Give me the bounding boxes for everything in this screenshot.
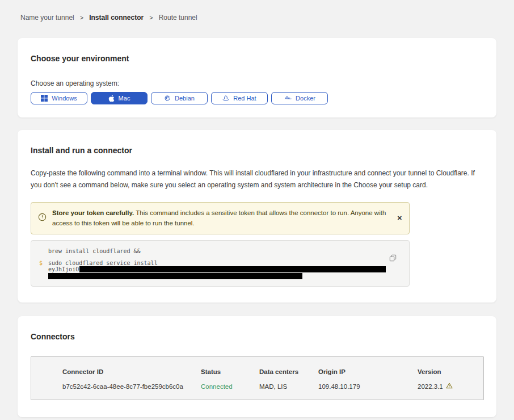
os-button-label: Mac (119, 95, 130, 102)
os-button-windows[interactable]: Windows (31, 92, 87, 104)
redacted-token-bar (79, 266, 386, 272)
token-warning-text: Store your token carefully. This command… (52, 208, 397, 229)
os-button-label: Docker (296, 95, 315, 102)
os-button-docker[interactable]: Docker (271, 92, 328, 104)
debian-icon (164, 95, 171, 102)
choose-environment-card: Choose your environment Choose an operat… (18, 38, 496, 117)
warning-triangle-icon (446, 383, 453, 390)
windows-icon (41, 95, 48, 102)
breadcrumb: Name your tunnel > Install connector > R… (18, 0, 496, 22)
token-warning-banner: Store your token carefully. This command… (31, 202, 410, 234)
header-data-centers: Data centers (259, 368, 318, 375)
os-button-mac[interactable]: Mac (91, 92, 148, 104)
install-connector-title: Install and run a connector (31, 146, 479, 155)
connectors-table-header: Connector ID Status Data centers Origin … (31, 368, 483, 375)
header-origin-ip: Origin IP (318, 368, 418, 375)
header-connector-id: Connector ID (62, 368, 201, 375)
terminal-command-block: brew install cloudflared && $sudo cloudf… (31, 240, 410, 287)
breadcrumb-separator-icon: > (149, 14, 153, 21)
header-status: Status (201, 368, 259, 375)
version-value: 2022.3.1 (418, 383, 478, 390)
copy-icon[interactable] (389, 254, 397, 263)
table-row: b7c52c42-6caa-48ee-8c77-fbe259cb6c0a Con… (31, 383, 483, 390)
terminal-line-token-2 (48, 272, 401, 279)
tunnel-setup-page: Name your tunnel > Install connector > R… (0, 0, 514, 420)
close-icon[interactable]: ✕ (397, 215, 402, 222)
os-button-label: Debian (175, 95, 195, 102)
header-version: Version (418, 368, 478, 375)
shell-prompt: $ (39, 260, 48, 266)
breadcrumb-separator-icon: > (80, 14, 83, 21)
os-button-redhat[interactable]: Red Hat (211, 92, 268, 104)
terminal-line-brew: brew install cloudflared && (48, 248, 401, 254)
connectors-card: Connectors Connector ID Status Data cent… (18, 316, 496, 417)
connectors-table: Connector ID Status Data centers Origin … (31, 356, 484, 400)
redhat-icon (222, 95, 229, 102)
apple-icon (108, 95, 115, 102)
terminal-line-sudo: $sudo cloudflared service install (39, 260, 401, 266)
os-button-group: Windows Mac Debian (31, 92, 483, 104)
choose-environment-title: Choose your environment (31, 54, 483, 63)
connector-id-value: b7c52c42-6caa-48ee-8c77-fbe259cb6c0a (62, 383, 201, 390)
redacted-token-bar (48, 273, 302, 279)
breadcrumb-step-install-connector[interactable]: Install connector (89, 14, 144, 22)
install-connector-card: Install and run a connector Copy-paste t… (18, 130, 496, 303)
data-centers-value: MAD, LIS (259, 383, 318, 390)
breadcrumb-step-name-your-tunnel[interactable]: Name your tunnel (20, 14, 74, 22)
install-description: Copy-paste the following command into a … (31, 167, 479, 191)
breadcrumb-step-route-tunnel[interactable]: Route tunnel (159, 14, 197, 22)
status-badge: Connected (201, 383, 259, 390)
os-button-label: Windows (52, 95, 77, 102)
info-circle-icon (38, 213, 47, 223)
os-button-debian[interactable]: Debian (151, 92, 208, 104)
os-button-label: Red Hat (233, 95, 256, 102)
token-warning-title: Store your token carefully. (52, 209, 134, 216)
docker-icon (284, 95, 292, 102)
os-select-label: Choose an operating system: (31, 79, 483, 87)
terminal-line-token: eyJhIjoiO (48, 266, 401, 273)
origin-ip-value: 109.48.10.179 (318, 383, 418, 390)
connectors-title: Connectors (31, 332, 484, 341)
